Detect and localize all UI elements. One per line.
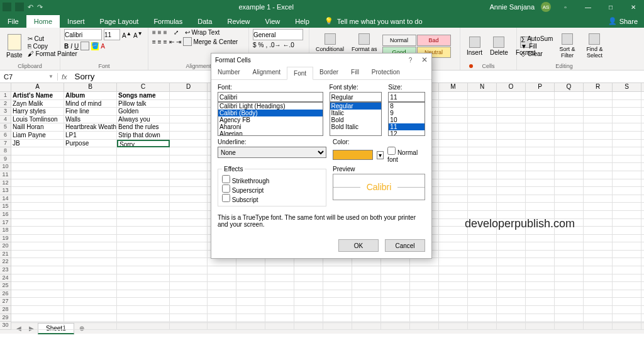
cell-R1[interactable]	[584, 92, 613, 100]
cell-J28[interactable]	[352, 306, 381, 314]
cell-R6[interactable]	[584, 132, 613, 140]
cell-G28[interactable]	[265, 306, 294, 314]
row-header-18[interactable]: 18	[0, 227, 11, 235]
cell-Q28[interactable]	[555, 306, 584, 314]
cell-T29[interactable]	[641, 314, 644, 322]
cell-B7[interactable]: Purpose	[64, 140, 117, 148]
row-header-13[interactable]: 13	[0, 187, 11, 195]
cell-D12[interactable]	[170, 179, 208, 188]
cell-H27[interactable]	[294, 298, 323, 306]
cell-I30[interactable]	[323, 322, 352, 330]
cell-G29[interactable]	[265, 314, 294, 322]
cell-O26[interactable]	[497, 290, 526, 298]
cell-R23[interactable]	[584, 266, 613, 274]
font-list[interactable]: Calibri Light (Headings)Calibri (Body)Ag…	[218, 102, 323, 136]
paste-button[interactable]: Paste	[4, 33, 25, 60]
cell-J30[interactable]	[352, 322, 381, 330]
cell-P23[interactable]	[526, 266, 555, 274]
cell-O8[interactable]	[497, 147, 526, 156]
cell-M8[interactable]	[439, 147, 468, 156]
cell-M6[interactable]	[439, 132, 468, 140]
cell-M13[interactable]	[439, 187, 468, 195]
cell-D25[interactable]	[170, 282, 208, 290]
cell-D16[interactable]	[170, 211, 208, 219]
cell-N10[interactable]	[468, 163, 497, 171]
cell-O13[interactable]	[497, 187, 526, 195]
row-header-26[interactable]: 26	[0, 290, 11, 298]
cell-B5[interactable]: Heartbreak Weather	[64, 123, 117, 132]
cell-R30[interactable]	[584, 322, 613, 330]
cell-C8[interactable]	[117, 147, 170, 156]
cell-N23[interactable]	[468, 266, 497, 274]
cell-N28[interactable]	[468, 306, 497, 314]
tab-review[interactable]: Review	[219, 15, 257, 28]
row-header-10[interactable]: 10	[0, 163, 11, 171]
cell-C28[interactable]	[117, 306, 170, 314]
cell-P22[interactable]	[526, 258, 555, 266]
cell-R12[interactable]	[584, 179, 613, 188]
font-color-button[interactable]: A	[101, 43, 105, 50]
cell-R16[interactable]	[584, 211, 613, 219]
align-right-icon[interactable]: ≡	[164, 38, 167, 45]
cell-C23[interactable]	[117, 266, 170, 274]
cell-A18[interactable]	[11, 227, 64, 235]
cell-C3[interactable]: Golden	[117, 108, 170, 116]
cell-T25[interactable]	[641, 282, 644, 290]
cell-S27[interactable]	[613, 298, 641, 306]
cell-B28[interactable]	[64, 306, 117, 314]
cell-M23[interactable]	[439, 266, 468, 274]
cell-T4[interactable]	[641, 116, 644, 124]
cell-F24[interactable]	[236, 274, 265, 283]
cell-S21[interactable]	[613, 251, 641, 259]
tab-help[interactable]: Help	[287, 15, 317, 28]
cell-T19[interactable]	[641, 235, 644, 243]
select-all-corner[interactable]	[0, 83, 11, 92]
cell-R13[interactable]	[584, 187, 613, 195]
cell-A21[interactable]	[11, 251, 64, 259]
row-header-6[interactable]: 6	[0, 132, 11, 140]
cell-N7[interactable]	[468, 140, 497, 148]
ok-button[interactable]: OK	[338, 239, 379, 252]
delete-cells-button[interactable]: Delete	[487, 35, 511, 57]
cell-N20[interactable]	[468, 242, 497, 251]
cell-P24[interactable]	[526, 274, 555, 283]
cell-E27[interactable]	[208, 298, 236, 306]
cell-S3[interactable]	[613, 108, 641, 116]
font-style-input[interactable]	[330, 92, 382, 102]
cell-O1[interactable]	[497, 92, 526, 100]
cell-D18[interactable]	[170, 227, 208, 235]
cell-D11[interactable]	[170, 171, 208, 179]
cell-M29[interactable]	[439, 314, 468, 322]
cell-D30[interactable]	[170, 322, 208, 330]
user-name[interactable]: Annie Sanjana	[489, 3, 535, 11]
cell-M15[interactable]	[439, 203, 468, 211]
border-button[interactable]	[80, 42, 89, 50]
cell-R27[interactable]	[584, 298, 613, 306]
cell-Q14[interactable]	[555, 195, 584, 203]
cell-J22[interactable]	[352, 258, 381, 266]
cell-G22[interactable]	[265, 258, 294, 266]
cell-B1[interactable]: Album	[64, 92, 117, 100]
cell-Q13[interactable]	[555, 187, 584, 195]
cell-A2[interactable]: Zayn Malik	[11, 100, 64, 108]
chevron-down-icon[interactable]: ▼	[48, 74, 53, 79]
cell-P8[interactable]	[526, 147, 555, 156]
cell-R28[interactable]	[584, 306, 613, 314]
cell-T7[interactable]	[641, 140, 644, 148]
cell-O4[interactable]	[497, 116, 526, 124]
cell-I27[interactable]	[323, 298, 352, 306]
fx-icon[interactable]: fx	[58, 73, 71, 81]
cell-T2[interactable]	[641, 100, 644, 108]
cell-D1[interactable]	[170, 92, 208, 100]
cell-A4[interactable]: Louis Tomlinson	[11, 116, 64, 124]
cell-D8[interactable]	[170, 147, 208, 156]
cell-A27[interactable]	[11, 298, 64, 306]
decrease-decimal-icon[interactable]: ←.0	[283, 42, 294, 48]
cell-Q22[interactable]	[555, 258, 584, 266]
cell-B23[interactable]	[64, 266, 117, 274]
cell-F29[interactable]	[236, 314, 265, 322]
cell-O7[interactable]	[497, 140, 526, 148]
cell-H22[interactable]	[294, 258, 323, 266]
cell-R10[interactable]	[584, 163, 613, 171]
cell-B30[interactable]	[64, 322, 117, 330]
